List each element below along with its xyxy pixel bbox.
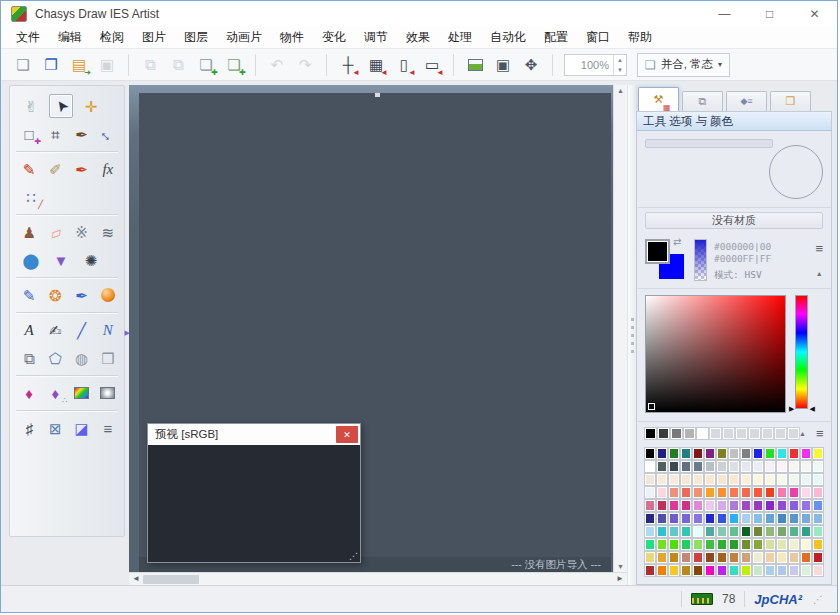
palette-swatch-r6c8[interactable] bbox=[741, 526, 751, 537]
menu-item-10[interactable]: 处理 bbox=[439, 27, 481, 48]
palette-swatch-r3c6[interactable] bbox=[717, 487, 727, 498]
palette-swatch-r0c7[interactable] bbox=[729, 448, 739, 459]
palette-swatch-r8c7[interactable] bbox=[729, 552, 739, 563]
palette-swatch-r4c6[interactable] bbox=[717, 500, 727, 511]
palette-swatch-r6c6[interactable] bbox=[717, 526, 727, 537]
palette-swatch-r2c4[interactable] bbox=[693, 474, 703, 485]
move-tool[interactable]: ✛ bbox=[79, 94, 103, 118]
palette-swatch-r1c13[interactable] bbox=[801, 461, 811, 472]
swap-colors-icon[interactable]: ⇄ bbox=[673, 236, 681, 247]
palette-swatch-r7c8[interactable] bbox=[741, 539, 751, 550]
palette-swatch-r5c11[interactable] bbox=[777, 513, 787, 524]
menu-item-0[interactable]: 文件 bbox=[7, 27, 49, 48]
palette-swatch-r4c2[interactable] bbox=[669, 500, 679, 511]
palette-swatch-r2c9[interactable] bbox=[753, 474, 763, 485]
paste-button[interactable]: ⧉ bbox=[166, 53, 190, 77]
palette-swatch-r1c6[interactable] bbox=[717, 461, 727, 472]
sphere-render-tool[interactable] bbox=[98, 283, 118, 307]
preview-title-bar[interactable]: 预视 [sRGB] ✕ bbox=[148, 424, 360, 445]
image-mode-button[interactable] bbox=[463, 53, 487, 77]
palette-swatch-r9c6[interactable] bbox=[717, 565, 727, 576]
palette-swatch-r0c3[interactable] bbox=[681, 448, 691, 459]
smudge-tool[interactable]: ▼ bbox=[49, 248, 73, 272]
palette-swatch-r7c5[interactable] bbox=[705, 539, 715, 550]
import-layer-button[interactable]: ❏✚ bbox=[222, 53, 246, 77]
menu-item-8[interactable]: 调节 bbox=[355, 27, 397, 48]
canvas-size-button[interactable]: ┼◄ bbox=[336, 53, 360, 77]
palette-swatch-r7c3[interactable] bbox=[681, 539, 691, 550]
quick-swatch-empty-5[interactable] bbox=[710, 428, 721, 439]
palette-swatch-r3c7[interactable] bbox=[729, 487, 739, 498]
palette-swatch-r5c1[interactable] bbox=[657, 513, 667, 524]
palette-swatch-r1c14[interactable] bbox=[813, 461, 823, 472]
polygon-tool[interactable]: ⬠ bbox=[45, 346, 65, 370]
palette-swatch-r9c14[interactable] bbox=[813, 565, 823, 576]
menu-item-12[interactable]: 配置 bbox=[535, 27, 577, 48]
palette-swatch-r7c4[interactable] bbox=[693, 539, 703, 550]
palette-swatch-r9c13[interactable] bbox=[801, 565, 811, 576]
palette-swatch-r5c13[interactable] bbox=[801, 513, 811, 524]
palette-swatch-r8c2[interactable] bbox=[669, 552, 679, 563]
airbrush-tool[interactable]: ※ bbox=[72, 220, 92, 244]
palette-swatch-r2c6[interactable] bbox=[717, 474, 727, 485]
palette-swatch-r3c9[interactable] bbox=[753, 487, 763, 498]
preview-close-button[interactable]: ✕ bbox=[336, 426, 358, 443]
fullscreen-button[interactable]: ✥ bbox=[519, 53, 543, 77]
quick-swatch-0[interactable] bbox=[645, 428, 656, 439]
menu-item-11[interactable]: 自动化 bbox=[481, 27, 535, 48]
palette-swatch-r3c2[interactable] bbox=[669, 487, 679, 498]
palette-swatch-r5c14[interactable] bbox=[813, 513, 823, 524]
tab-tool-options[interactable]: ⚒▦ bbox=[638, 87, 679, 111]
sv-cursor[interactable] bbox=[647, 402, 656, 411]
foreground-color-swatch[interactable] bbox=[645, 239, 670, 264]
vertical-scrollbar[interactable]: ▲ ▼ bbox=[613, 85, 627, 572]
palette-swatch-r8c10[interactable] bbox=[765, 552, 775, 563]
palette-swatch-r7c10[interactable] bbox=[765, 539, 775, 550]
quick-swatch-3[interactable] bbox=[684, 428, 695, 439]
pencil-tool[interactable]: ✎ bbox=[19, 157, 39, 181]
palette-swatch-r0c12[interactable] bbox=[789, 448, 799, 459]
palette-swatch-r9c2[interactable] bbox=[669, 565, 679, 576]
palette-swatch-r5c10[interactable] bbox=[765, 513, 775, 524]
minimize-button[interactable]: — bbox=[702, 1, 747, 27]
crop-canvas-button[interactable]: ▭◄ bbox=[420, 53, 444, 77]
palette-swatch-r6c12[interactable] bbox=[789, 526, 799, 537]
palette-swatch-r6c10[interactable] bbox=[765, 526, 775, 537]
palette-swatch-r2c1[interactable] bbox=[657, 474, 667, 485]
palette-swatch-r6c11[interactable] bbox=[777, 526, 787, 537]
quick-swatch-empty-11[interactable] bbox=[788, 428, 799, 439]
palette-swatch-r8c5[interactable] bbox=[705, 552, 715, 563]
palette-swatch-r4c9[interactable] bbox=[753, 500, 763, 511]
curve-tool[interactable]: N bbox=[98, 318, 118, 342]
palette-swatch-r6c9[interactable] bbox=[753, 526, 763, 537]
palette-swatch-r3c8[interactable] bbox=[741, 487, 751, 498]
palette-swatch-r5c8[interactable] bbox=[741, 513, 751, 524]
palette-swatch-r4c1[interactable] bbox=[657, 500, 667, 511]
palette-swatch-r5c2[interactable] bbox=[669, 513, 679, 524]
palette-swatch-r5c3[interactable] bbox=[681, 513, 691, 524]
palette-swatch-r8c1[interactable] bbox=[657, 552, 667, 563]
palette-swatch-r6c13[interactable] bbox=[801, 526, 811, 537]
redo-button[interactable]: ↷ bbox=[293, 53, 317, 77]
hue-marker-right[interactable]: ◀ bbox=[810, 405, 815, 413]
preview-resize-grip[interactable]: ⋰ bbox=[349, 551, 358, 561]
tab-resources[interactable]: ❒ bbox=[770, 91, 811, 111]
pointer-tool[interactable]: ➤ bbox=[49, 94, 73, 118]
text-tool[interactable]: A bbox=[19, 318, 39, 342]
palette-swatch-r3c13[interactable] bbox=[801, 487, 811, 498]
palette-swatch-r6c5[interactable] bbox=[705, 526, 715, 537]
dropper-tool[interactable]: ✐ bbox=[45, 157, 65, 181]
palette-swatch-r1c7[interactable] bbox=[729, 461, 739, 472]
alpha-gradient-strip[interactable] bbox=[694, 239, 707, 281]
zoom-input[interactable]: 100% bbox=[565, 59, 613, 71]
palette-swatch-r0c0[interactable] bbox=[645, 448, 655, 459]
palette-swatch-r0c5[interactable] bbox=[705, 448, 715, 459]
palette-swatch-r7c7[interactable] bbox=[729, 539, 739, 550]
palette-swatch-r1c5[interactable] bbox=[705, 461, 715, 472]
palette-swatch-r5c12[interactable] bbox=[789, 513, 799, 524]
palette-swatch-r6c3[interactable] bbox=[681, 526, 691, 537]
save-file-button[interactable]: ▣ bbox=[95, 53, 119, 77]
palette-swatch-r0c1[interactable] bbox=[657, 448, 667, 459]
grid-size-button[interactable]: ▦◄ bbox=[364, 53, 388, 77]
palette-swatch-r7c1[interactable] bbox=[657, 539, 667, 550]
